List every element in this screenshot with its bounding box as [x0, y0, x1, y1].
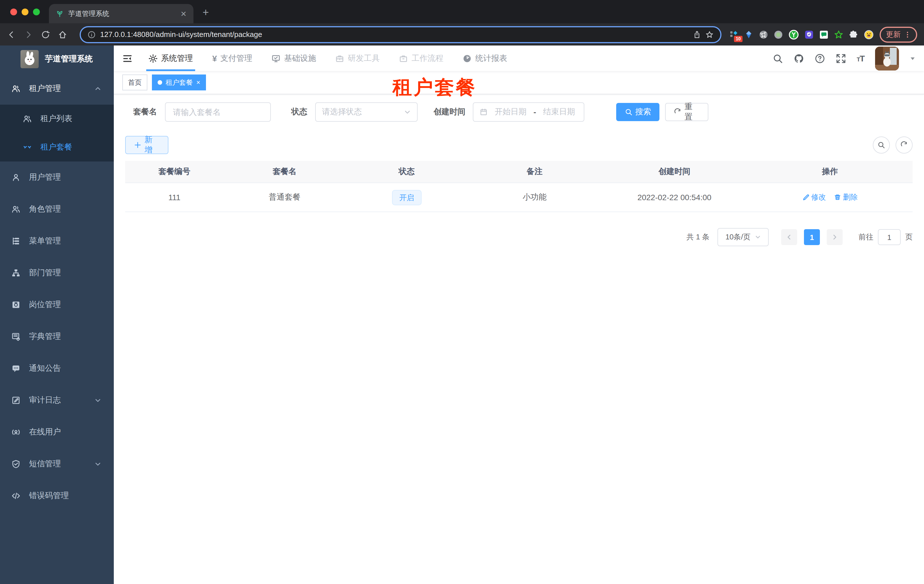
window-controls: [10, 8, 40, 15]
table-row: 111 普通套餐 开启 小功能 2022-02-22 00:54:00 修改: [125, 183, 912, 212]
prev-page-button[interactable]: [781, 229, 797, 245]
maximize-window-button[interactable]: [33, 8, 40, 15]
close-window-button[interactable]: [10, 8, 17, 15]
share-icon[interactable]: [693, 30, 701, 38]
sidebar-item-dict-management[interactable]: 字典管理: [0, 321, 114, 352]
tag-close-icon[interactable]: ×: [196, 79, 200, 86]
refresh-table-button[interactable]: [896, 137, 912, 153]
site-info-icon[interactable]: [87, 30, 96, 38]
sidebar-item-tenant-management[interactable]: 租户管理: [0, 73, 114, 105]
tab-workflow[interactable]: 工作流程: [397, 46, 446, 71]
emoji-extension-icon[interactable]: [864, 29, 874, 39]
tab-system-management[interactable]: 系统管理: [146, 46, 195, 71]
sidebar-item-tenant-list[interactable]: 租户列表: [0, 105, 114, 133]
sidebar-item-role-management[interactable]: 角色管理: [0, 193, 114, 225]
fullscreen-icon[interactable]: [835, 53, 846, 63]
reset-button[interactable]: 重置: [665, 103, 708, 121]
search-button[interactable]: 搜索: [616, 103, 660, 121]
sidebar-item-label: 通知公告: [29, 364, 114, 373]
column-header: 备注: [468, 167, 602, 177]
search-button-label: 搜索: [635, 107, 651, 117]
sidebar-item-dept-management[interactable]: 部门管理: [0, 257, 114, 289]
sidebar-item-menu-management[interactable]: 菜单管理: [0, 225, 114, 257]
status-select[interactable]: 请选择状态: [315, 102, 417, 122]
edit-link[interactable]: 修改: [802, 192, 826, 202]
puzzle-extension-icon[interactable]: [849, 30, 858, 39]
sidebar-item-audit-log[interactable]: 审计日志: [0, 384, 114, 416]
collapse-sidebar-icon[interactable]: [122, 53, 132, 63]
page-size-select[interactable]: 10条/页: [718, 228, 769, 246]
tiles-extension-icon[interactable]: 10: [729, 30, 739, 39]
sidebar-item-label: 租户管理: [29, 84, 94, 94]
tab-dev-tools[interactable]: 研发工具: [333, 46, 382, 71]
chat-extension-icon[interactable]: [819, 30, 828, 39]
sidebar-item-sms-management[interactable]: 短信管理: [0, 448, 114, 480]
bookmark-star-icon[interactable]: [706, 30, 713, 38]
reload-icon[interactable]: [41, 30, 50, 39]
app-logo[interactable]: 芋道管理系统: [0, 46, 114, 73]
column-header: 套餐编号: [125, 167, 224, 177]
briefcase-icon: [399, 54, 408, 63]
page-content: 套餐名 状态 请选择状态 创建时间 开始日期 - 结束日期: [114, 94, 924, 584]
minimize-window-button[interactable]: [21, 8, 28, 15]
dot-extension-icon[interactable]: [774, 30, 783, 39]
cell-remark: 小功能: [468, 192, 602, 202]
forward-icon[interactable]: [24, 30, 33, 39]
date-range-picker[interactable]: 开始日期 - 结束日期: [473, 102, 584, 122]
sidebar-item-post-management[interactable]: 岗位管理: [0, 289, 114, 321]
sidebar-item-online-users[interactable]: 在线用户: [0, 416, 114, 448]
caret-down-icon[interactable]: [910, 56, 916, 61]
sidebar-item-error-code[interactable]: 错误码管理: [0, 480, 114, 512]
page-number-button[interactable]: 1: [804, 229, 820, 245]
rabbit-logo-icon: [20, 50, 39, 68]
home-icon[interactable]: [58, 30, 67, 39]
gem-extension-icon[interactable]: [744, 30, 753, 39]
tag-tenant-package[interactable]: 租户套餐 ×: [152, 74, 206, 90]
chevron-down-icon: [94, 461, 101, 467]
tab-payment-management[interactable]: ¥ 支付管理: [210, 46, 255, 71]
tab-title: 芋道管理系统: [68, 9, 176, 18]
goto-page-input[interactable]: [878, 229, 901, 245]
font-size-icon[interactable]: TT: [856, 53, 864, 63]
tab-close-icon[interactable]: ✕: [180, 9, 186, 18]
show-search-button[interactable]: [873, 137, 890, 153]
create-time-label: 创建时间: [434, 107, 465, 117]
avatar[interactable]: [875, 46, 899, 70]
sidebar-item-tenant-package[interactable]: 租户套餐: [0, 133, 114, 161]
back-icon[interactable]: [7, 30, 16, 39]
sidebar-item-notice[interactable]: 通知公告: [0, 352, 114, 384]
next-page-button[interactable]: [827, 229, 843, 245]
add-button[interactable]: 新增: [125, 136, 168, 154]
sidebar-item-user-management[interactable]: 用户管理: [0, 161, 114, 193]
cell-status: 开启: [346, 190, 468, 205]
tag-label: 租户套餐: [165, 77, 193, 87]
chrome-update-button[interactable]: 更新: [879, 26, 917, 42]
shield-extension-icon[interactable]: [805, 30, 813, 39]
cell-actions: 修改 删除: [747, 192, 912, 202]
online-user-icon: [12, 428, 20, 437]
peoples-icon: [12, 84, 20, 93]
url-text: 127.0.0.1:48080/admin-ui/system/tenant/p…: [100, 30, 688, 39]
star-extension-icon[interactable]: [834, 30, 843, 39]
package-name-input[interactable]: [172, 107, 264, 117]
tab-statistics[interactable]: 统计报表: [460, 46, 510, 71]
search-icon[interactable]: [772, 53, 783, 63]
tab-infrastructure[interactable]: 基础设施: [269, 46, 318, 71]
tag-home[interactable]: 首页: [122, 74, 147, 90]
delete-link[interactable]: 删除: [834, 192, 858, 202]
browser-tab[interactable]: 芋道管理系统 ✕: [49, 4, 193, 23]
calendar-icon: [480, 108, 488, 116]
command-extension-icon[interactable]: [759, 30, 768, 39]
new-tab-button[interactable]: +: [203, 6, 209, 19]
address-bar[interactable]: 127.0.0.1:48080/admin-ui/system/tenant/p…: [80, 26, 721, 43]
chrome-menu-dots-icon[interactable]: [904, 31, 911, 38]
sidebar-app-title: 芋道管理系统: [45, 54, 93, 64]
eye-closed-icon: [23, 143, 32, 152]
chevron-up-icon: [94, 85, 101, 92]
browser-tab-strip: 芋道管理系统 ✕ +: [0, 0, 924, 23]
cell-created-time: 2022-02-22 00:54:00: [602, 193, 747, 202]
app-header: 系统管理 ¥ 支付管理 基础设施 研发工具: [114, 46, 924, 71]
github-icon[interactable]: [794, 53, 804, 63]
help-icon[interactable]: [815, 53, 825, 63]
y-extension-icon[interactable]: [789, 29, 799, 39]
